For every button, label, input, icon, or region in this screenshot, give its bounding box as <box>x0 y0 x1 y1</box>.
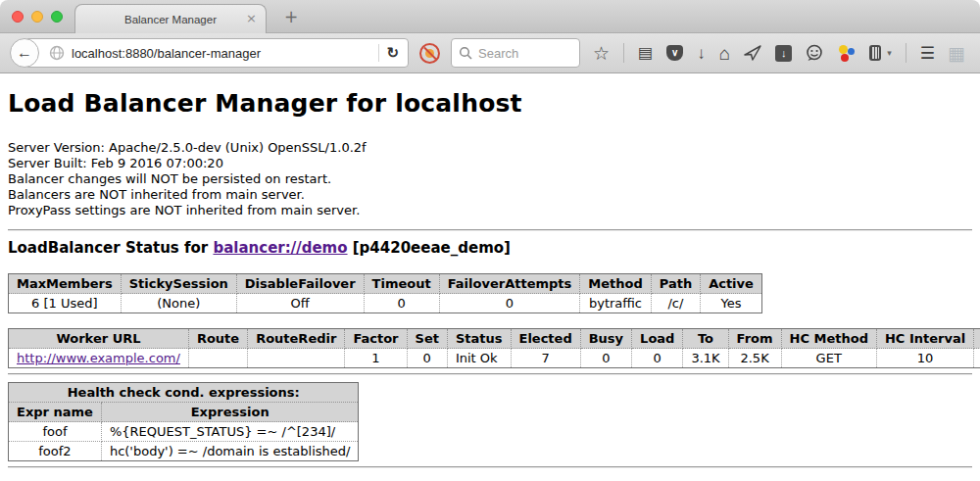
table-title-row: Health check cond. expressions: <box>9 383 359 403</box>
health-table-title: Health check cond. expressions: <box>9 383 359 403</box>
menu-icon[interactable]: ☰ <box>920 45 934 62</box>
cell-timeout: 0 <box>364 294 439 313</box>
toolbar-divider <box>623 43 624 63</box>
table-header-row: Worker URL Route RouteRedir Factor Set S… <box>9 329 980 349</box>
cell-expr-name: foof2 <box>9 442 102 461</box>
cell-maxmembers: 6 [1 Used] <box>9 294 122 313</box>
col-expr-name: Expr name <box>9 403 102 422</box>
browser-window: Balancer Manager × + ← localhost:8880/ba… <box>0 0 980 481</box>
downloads-icon[interactable]: ↓ <box>697 45 706 62</box>
cell-expression: hc('body') =~ /domain is established/ <box>101 442 359 461</box>
table-header-row: MaxMembers StickySession DisableFailover… <box>9 274 762 294</box>
tab-title: Balancer Manager <box>124 14 217 25</box>
close-tab-icon[interactable]: × <box>246 11 257 25</box>
cell-failoverattempts: 0 <box>439 294 580 313</box>
cell-active: Yes <box>701 294 762 313</box>
download-extension-icon[interactable]: ↓ <box>775 45 792 62</box>
bookmark-star-icon[interactable]: ☆ <box>593 44 610 63</box>
cell-worker-url: http://www.example.com/ <box>9 349 189 368</box>
blocked-content-icon[interactable] <box>419 43 440 64</box>
cell-to: 3.1K <box>683 349 728 368</box>
table-header-row: Expr name Expression <box>9 403 359 422</box>
col-to: To <box>683 329 728 349</box>
col-worker-url: Worker URL <box>9 329 189 349</box>
col-active: Active <box>701 274 762 294</box>
worker-status-table: Worker URL Route RouteRedir Factor Set S… <box>8 328 980 368</box>
section-divider <box>8 373 972 375</box>
navigation-toolbar: ← localhost:8880/balancer-manager ↻ <box>0 33 980 73</box>
col-passes: Passes <box>974 329 980 349</box>
balancer-demo-link[interactable]: balancer://demo <box>213 239 347 257</box>
video-downloadhelper-icon[interactable] <box>837 44 856 62</box>
container-extension-icon[interactable] <box>869 45 881 61</box>
cell-expression: %{REQUEST_STATUS} =~ /^[234]/ <box>101 422 359 442</box>
search-icon <box>459 46 472 60</box>
cell-from: 2.5K <box>728 349 781 368</box>
site-identity-globe-icon[interactable] <box>49 45 65 61</box>
table-row: foof %{REQUEST_STATUS} =~ /^[234]/ <box>9 422 359 442</box>
chat-smiley-icon[interactable] <box>806 44 823 62</box>
cell-expr-name: foof <box>9 422 102 442</box>
cell-elected: 7 <box>511 349 580 368</box>
col-elected: Elected <box>511 329 580 349</box>
server-built-line: Server Built: Feb 9 2016 07:00:20 <box>8 156 972 171</box>
cell-load: 0 <box>632 349 683 368</box>
table-row: 6 [1 Used] (None) Off 0 0 bytraffic /c/ … <box>9 294 762 313</box>
cell-hc-method: GET <box>781 349 876 368</box>
cell-busy: 0 <box>580 349 631 368</box>
back-button[interactable]: ← <box>10 38 39 68</box>
cell-stickysession: (None) <box>121 294 236 313</box>
close-window-button[interactable] <box>12 11 24 23</box>
url-bar[interactable]: localhost:8880/balancer-manager ↻ <box>24 38 409 68</box>
home-icon[interactable]: ⌂ <box>719 44 730 63</box>
page-title: Load Balancer Manager for localhost <box>8 89 972 119</box>
heading-prefix: LoadBalancer Status for <box>8 239 213 257</box>
cell-method: bytraffic <box>580 294 651 313</box>
url-input[interactable]: localhost:8880/balancer-manager <box>72 46 371 61</box>
toolbar-buttons: ☆ ▤ ∨ ↓ ⌂ ↓ ▾ ☰ ▦ <box>593 43 965 63</box>
table-row: foof2 hc('body') =~ /domain is establish… <box>9 442 359 461</box>
col-disablefailover: DisableFailover <box>236 274 364 294</box>
col-status: Status <box>447 329 511 349</box>
cell-routeredir <box>248 349 345 368</box>
reading-list-icon[interactable]: ▤ <box>638 45 653 61</box>
search-bar[interactable] <box>451 38 580 68</box>
col-stickysession: StickySession <box>121 274 236 294</box>
cell-factor: 1 <box>345 349 407 368</box>
col-busy: Busy <box>580 329 631 349</box>
tab-bar: Balancer Manager × + <box>0 0 980 33</box>
col-expression: Expression <box>101 403 359 422</box>
server-version-line: Server Version: Apache/2.5.0-dev (Unix) … <box>8 140 972 156</box>
cell-status: Init Ok <box>447 349 511 368</box>
browser-tab[interactable]: Balancer Manager × <box>74 4 267 33</box>
new-tab-button[interactable]: + <box>280 7 302 26</box>
section-divider <box>8 229 972 231</box>
dropdown-caret-icon[interactable]: ▾ <box>887 49 892 58</box>
balancer-settings-table: MaxMembers StickySession DisableFailover… <box>8 273 762 313</box>
cell-hc-interval: 10 <box>876 349 973 368</box>
worker-url-link[interactable]: http://www.example.com/ <box>17 351 180 365</box>
reload-icon[interactable]: ↻ <box>386 44 402 62</box>
proxypass-notice-line: ProxyPass settings are NOT inherited fro… <box>8 203 972 218</box>
window-controls <box>12 11 63 23</box>
server-info: Server Version: Apache/2.5.0-dev (Unix) … <box>8 140 972 218</box>
fullscreen-window-button[interactable] <box>51 11 63 23</box>
tab-groups-icon[interactable]: ▦ <box>948 44 965 63</box>
col-hc-method: HC Method <box>781 329 876 349</box>
pocket-icon[interactable]: ∨ <box>666 45 683 61</box>
page-bottom-divider <box>8 466 972 468</box>
col-load: Load <box>632 329 683 349</box>
cell-disablefailover: Off <box>236 294 364 313</box>
search-input[interactable] <box>478 46 572 61</box>
cell-path: /c/ <box>651 294 700 313</box>
col-set: Set <box>407 329 447 349</box>
back-arrow-icon: ← <box>17 44 32 62</box>
cell-route <box>188 349 247 368</box>
persist-notice-line: Balancer changes will NOT be persisted o… <box>8 171 972 187</box>
minimize-window-button[interactable] <box>31 11 43 23</box>
paper-plane-icon[interactable] <box>744 45 761 61</box>
toolbar-divider <box>906 43 906 63</box>
cell-set: 0 <box>407 349 447 368</box>
page-content: Load Balancer Manager for localhost Serv… <box>0 89 980 468</box>
inherit-notice-line: Balancers are NOT inherited from main se… <box>8 187 972 203</box>
